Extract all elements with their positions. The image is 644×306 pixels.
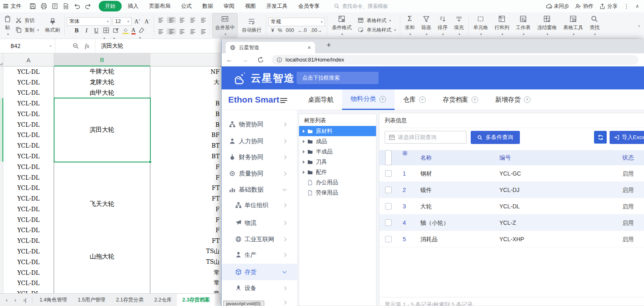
menu-tab-9[interactable]: 会员专享 [294, 1, 324, 11]
table-row-轴（小轮）[interactable]: 轴（小轮）YCL-Z启用4 [379, 215, 644, 231]
sheet-nav-prev-icon[interactable]: ‹ [6, 297, 7, 303]
cell-c-row22[interactable]: 常 [150, 288, 220, 293]
menu-tab-1[interactable]: 开始 [99, 1, 122, 11]
table-row-锻件[interactable]: 锻件YCL-DJ启用2 [379, 182, 644, 198]
cell-c-row8[interactable]: BT [150, 140, 220, 151]
workspace-tab-3[interactable]: 仓库× [395, 89, 434, 110]
multi-condition-query-button[interactable]: 多条件查询 [471, 131, 520, 144]
font-name-select[interactable]: 宋体▾ [67, 17, 111, 26]
reload-button[interactable] [257, 57, 264, 63]
cell-c-row2[interactable]: 大 [150, 77, 220, 88]
number-format-button-1[interactable]: ¥ [271, 27, 274, 33]
tree-expand-icon[interactable] [303, 140, 305, 143]
tree-expand-icon[interactable] [303, 150, 305, 153]
align-right-icon[interactable] [177, 28, 186, 34]
cell-a-row5[interactable]: YCL-DL [3, 109, 54, 120]
cell-a-row3[interactable]: YCL-DL [3, 88, 54, 99]
preview-icon[interactable] [63, 3, 69, 9]
decrease-font-button[interactable]: A− [143, 18, 152, 25]
cell-c-row6[interactable]: B [150, 119, 220, 130]
tree-expand-icon[interactable] [303, 171, 305, 174]
more-options-icon[interactable]: ⋮ [624, 3, 629, 9]
cell-style-button[interactable]: 单元格样式 [356, 26, 398, 34]
tree-item-成品[interactable]: 成品 [299, 136, 376, 146]
close-workspace-tab-icon[interactable]: × [379, 96, 386, 103]
font-size-select[interactable]: 12▾ [113, 17, 132, 26]
cell-c-row17[interactable]: FT [150, 235, 220, 247]
font-color-button[interactable]: A [132, 27, 136, 34]
tree-item-配件[interactable]: 配件 [299, 167, 376, 177]
selection-handle[interactable] [149, 160, 152, 163]
close-workspace-tab-icon[interactable]: × [472, 96, 478, 103]
number-format-button-3[interactable]: 000 [286, 27, 294, 33]
cell-a-row12[interactable]: YCL-DL [3, 183, 54, 194]
wrap-text-button[interactable]: 自动换行 [239, 16, 264, 35]
cell-c-row21[interactable]: 常 [150, 278, 220, 289]
indent-increase-icon[interactable] [199, 17, 208, 23]
format-painter-button[interactable]: 格式刷 [43, 16, 62, 35]
conditional-format-button[interactable]: 条件格式 [329, 14, 354, 37]
undo-icon[interactable] [74, 3, 80, 9]
cell-c-row16[interactable]: F [150, 225, 220, 236]
fill-color-button[interactable] [122, 28, 129, 33]
row-checkbox[interactable] [385, 236, 392, 242]
row-header-strip[interactable] [0, 66, 3, 293]
cell-c-row9[interactable]: BT [150, 151, 220, 162]
menu-tab-4[interactable]: 公式 [177, 1, 196, 11]
italic-button[interactable]: I [83, 27, 90, 34]
cell-a-row22[interactable]: YCL-DL [3, 288, 54, 293]
sum-button[interactable]: Σ 求和 [402, 14, 417, 37]
app-search-dropdown[interactable]: 点击下拉框搜索 [297, 72, 379, 84]
cell-b-merge2[interactable]: 龙牌大轮 [54, 77, 150, 88]
table-row-大轮[interactable]: 大轮YCL-DL启用3 [379, 198, 644, 215]
forward-button[interactable]: → [237, 56, 253, 64]
cell-a-row7[interactable]: YCL-DL [3, 130, 54, 141]
menu-tab-8[interactable]: 开发工具 [262, 1, 292, 11]
cell-b-merge6[interactable]: 山拖大轮 [54, 246, 150, 268]
close-workspace-tab-icon[interactable]: × [524, 96, 531, 103]
cell-a-row14[interactable]: YCL-DL [3, 204, 54, 215]
cell-a-row1[interactable]: YCL-DL [3, 66, 54, 78]
tree-item-劳保用品[interactable]: 劳保用品 [299, 187, 376, 198]
tree-item-办公用品[interactable]: 办公用品 [299, 177, 376, 187]
sidebar-item-物资协同[interactable]: 物资协同 [222, 116, 297, 132]
number-format-select[interactable]: 常规▾ [268, 18, 325, 26]
menu-tab-5[interactable]: 数据 [198, 1, 218, 11]
workspace-tab-1[interactable]: 桌面导航 [299, 89, 342, 110]
tree-item-刀具[interactable]: 刀具 [299, 157, 376, 167]
column-header-rest[interactable] [150, 53, 221, 66]
cell-c-row18[interactable]: TS山 [150, 246, 220, 257]
sidebar-item-财务协同[interactable]: 财务协同 [222, 149, 297, 165]
cell-a-row9[interactable]: YCL-DL [3, 151, 54, 162]
justify-icon[interactable] [188, 28, 197, 34]
align-bottom-icon[interactable] [177, 17, 186, 23]
number-format-button-2[interactable]: % [278, 27, 282, 33]
gear-icon[interactable] [402, 150, 408, 165]
copy-button[interactable]: 复制 [14, 26, 41, 34]
close-tab-icon[interactable]: × [308, 44, 311, 51]
fill-button[interactable]: 填充 [451, 14, 466, 37]
info-icon[interactable] [277, 57, 282, 63]
cell-c-row4[interactable]: B [150, 98, 220, 109]
cell-c-row3[interactable] [150, 88, 220, 99]
collapse-ribbon-icon[interactable]: ∧ [635, 3, 639, 9]
sidebar-item-基础数据[interactable]: 基础数据 [222, 181, 297, 198]
zoom-icon[interactable] [73, 43, 79, 49]
indent-decrease-icon[interactable] [188, 17, 197, 23]
menu-tab-3[interactable]: 页面布局 [145, 1, 175, 11]
refresh-button[interactable] [594, 131, 607, 144]
filter-button[interactable]: 筛选 [419, 14, 433, 37]
freeze-panes-button[interactable]: 冻结窗格 [535, 14, 559, 37]
sheet-nav-last-icon[interactable]: ›| [23, 297, 27, 303]
menu-tab-2[interactable]: 插入 [123, 1, 143, 11]
spreadsheet-grid[interactable]: YCL-DLNFYCL-DL大YCL-DLYCL-DLBYCL-DLBYCL-D… [0, 66, 221, 293]
table-row-钢材[interactable]: 钢材YCL-GC启用1 [379, 165, 644, 182]
cell-c-row12[interactable]: FT [150, 183, 220, 194]
close-workspace-tab-icon[interactable]: × [419, 96, 426, 103]
cell-a-row11[interactable]: YCL-DL [3, 172, 54, 183]
cell-a-row2[interactable]: YCL-DL [3, 77, 54, 88]
cell-a-row6[interactable]: YCL-DL [3, 119, 54, 130]
date-query-input[interactable]: 请选择日期查询 [385, 131, 467, 144]
browser-tab[interactable]: 云星智造 × [226, 42, 315, 53]
cell-c-row11[interactable]: F [150, 172, 220, 183]
